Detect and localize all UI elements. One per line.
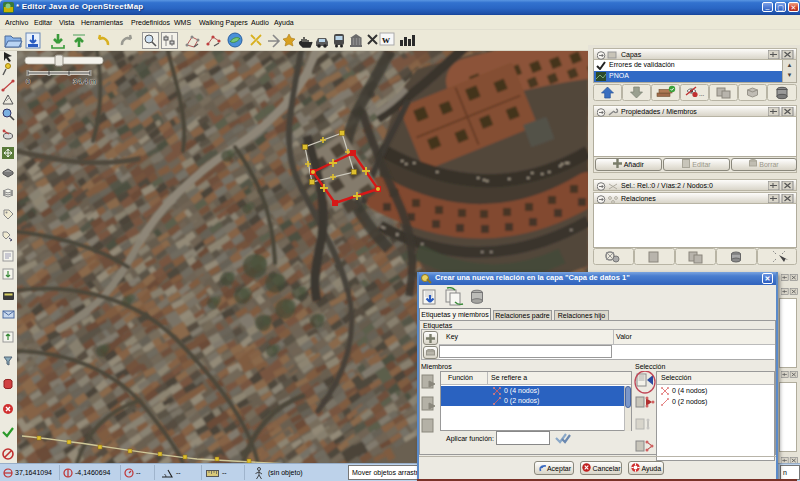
svg-text:0: 0 [26, 77, 30, 86]
svg-text:34.4 m: 34.4 m [73, 77, 96, 86]
svg-text:w: w [382, 33, 390, 45]
svg-text:...: ... [699, 90, 705, 97]
